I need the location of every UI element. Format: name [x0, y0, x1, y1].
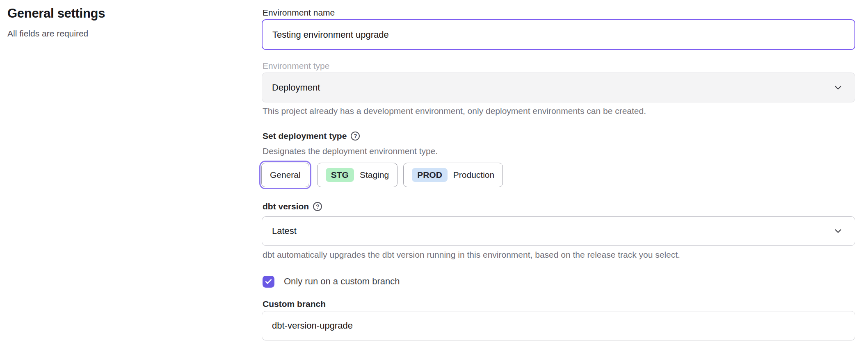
custom-branch-input[interactable] — [262, 311, 855, 340]
help-circle-icon[interactable]: ? — [313, 202, 322, 211]
deployment-type-options: General STG Staging PROD Production — [259, 163, 503, 187]
deployment-type-label: Set deployment type ? — [263, 130, 360, 142]
production-badge: PROD — [412, 168, 448, 182]
help-circle-icon[interactable]: ? — [351, 132, 360, 141]
general-settings-page: General settings All fields are required… — [0, 0, 868, 354]
dbt-version-value: Latest — [272, 226, 297, 236]
custom-branch-label: Custom branch — [263, 298, 326, 310]
deployment-type-option-general-label: General — [270, 170, 301, 180]
chevron-down-icon — [833, 82, 843, 93]
chevron-down-icon — [833, 226, 843, 236]
page-subtitle: All fields are required — [7, 28, 88, 39]
environment-name-input[interactable] — [262, 19, 855, 50]
staging-badge: STG — [326, 168, 354, 182]
custom-branch-checkbox-label[interactable]: Only run on a custom branch — [284, 275, 400, 288]
deployment-type-option-production-label: Production — [453, 170, 494, 180]
deployment-type-option-staging-label: Staging — [360, 170, 389, 180]
environment-type-value: Deployment — [272, 82, 320, 93]
dbt-version-helper: dbt automatically upgrades the dbt versi… — [263, 249, 680, 261]
custom-branch-checkbox-row: Only run on a custom branch — [263, 275, 400, 288]
deployment-type-option-production[interactable]: PROD Production — [403, 163, 503, 187]
environment-name-label: Environment name — [263, 7, 335, 18]
environment-type-helper: This project already has a development e… — [263, 105, 646, 117]
deployment-type-helper: Designates the deployment environment ty… — [263, 145, 438, 157]
checkmark-icon — [265, 278, 272, 286]
environment-type-select: Deployment — [262, 73, 855, 102]
page-title: General settings — [7, 6, 105, 21]
dbt-version-select[interactable]: Latest — [262, 216, 855, 246]
deployment-type-option-staging[interactable]: STG Staging — [317, 163, 397, 187]
custom-branch-checkbox[interactable] — [263, 276, 274, 288]
dbt-version-label: dbt version ? — [263, 201, 322, 212]
environment-type-label: Environment type — [263, 60, 329, 72]
deployment-type-option-general[interactable]: General — [261, 163, 309, 187]
